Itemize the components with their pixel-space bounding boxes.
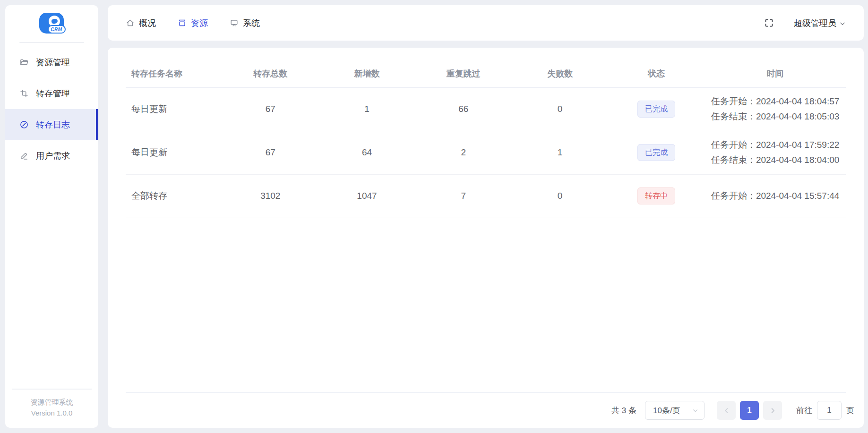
column-header-task-name: 转存任务名称 <box>126 60 222 87</box>
tab-resources[interactable]: 资源 <box>178 17 208 29</box>
cell-added: 1047 <box>318 174 415 218</box>
cell-added: 64 <box>318 131 415 174</box>
cell-failed: 0 <box>512 174 608 218</box>
tab-label: 资源 <box>191 17 208 29</box>
folder-icon <box>19 58 29 67</box>
crop-icon <box>19 89 29 98</box>
fullscreen-icon[interactable] <box>764 18 774 28</box>
column-header-added: 新增数 <box>318 60 415 87</box>
logo-text: CRM <box>48 25 66 34</box>
cell-added: 1 <box>318 87 415 131</box>
time-end: 任务结束：2024-04-04 18:04:00 <box>711 153 839 168</box>
tab-system[interactable]: 系统 <box>230 17 260 29</box>
cell-failed: 1 <box>512 131 608 174</box>
table-row: 每日更新 67 1 66 0 已完成 任务开始：2024-04-04 18:04… <box>126 87 846 131</box>
cell-task-name: 全部转存 <box>126 174 222 218</box>
logo-divider <box>19 42 84 43</box>
crm-logo-icon: CRM <box>38 12 66 35</box>
status-badge: 已完成 <box>637 101 675 118</box>
cell-skipped: 66 <box>415 87 512 131</box>
prev-page-button[interactable] <box>717 401 736 420</box>
cell-task-name: 每日更新 <box>126 131 222 174</box>
content-panel: 转存任务名称 转存总数 新增数 重复跳过 失败数 状态 时间 每日更新 67 1… <box>108 48 864 428</box>
cell-total: 67 <box>222 87 318 131</box>
cell-time: 任务开始：2024-04-04 15:57:44 <box>711 188 839 204</box>
cell-failed: 0 <box>512 87 608 131</box>
cell-skipped: 7 <box>415 174 512 218</box>
status-badge: 已完成 <box>637 144 675 161</box>
box-icon <box>178 18 187 27</box>
compass-icon <box>19 120 29 129</box>
chevron-down-icon <box>692 408 698 414</box>
table-row: 每日更新 67 64 2 1 已完成 任务开始：2024-04-04 17:59… <box>126 131 846 174</box>
user-menu-label: 超级管理员 <box>794 17 836 29</box>
tab-label: 系统 <box>243 17 260 29</box>
goto-label: 前往 <box>796 405 812 416</box>
tab-overview[interactable]: 概况 <box>126 17 156 29</box>
cell-skipped: 2 <box>415 131 512 174</box>
time-start: 任务开始：2024-04-04 18:04:57 <box>711 94 839 109</box>
table-row: 全部转存 3102 1047 7 0 转存中 任务开始：2024-04-04 1… <box>126 174 846 218</box>
system-name: 资源管理系统 <box>12 397 92 408</box>
sidebar-item-transfer-log[interactable]: 转存日志 <box>5 109 98 140</box>
time-start: 任务开始：2024-04-04 15:57:44 <box>711 188 839 204</box>
app-logo: CRM <box>5 5 98 42</box>
home-icon <box>126 18 135 27</box>
tab-label: 概况 <box>139 17 156 29</box>
sidebar-item-label: 转存管理 <box>36 88 70 99</box>
column-header-total: 转存总数 <box>222 60 318 87</box>
user-menu[interactable]: 超级管理员 <box>794 17 846 29</box>
sidebar-item-transfer-management[interactable]: 转存管理 <box>5 78 98 109</box>
next-page-button[interactable] <box>763 401 782 420</box>
cell-task-name: 每日更新 <box>126 87 222 131</box>
sidebar-item-label: 转存日志 <box>36 119 70 130</box>
column-header-time: 时间 <box>705 60 846 87</box>
top-nav-tabs: 概况 资源 系统 <box>126 17 260 29</box>
time-end: 任务结束：2024-04-04 18:05:03 <box>711 109 839 124</box>
page-size-value: 10条/页 <box>653 405 680 416</box>
table-header-row: 转存任务名称 转存总数 新增数 重复跳过 失败数 状态 时间 <box>126 60 846 87</box>
sidebar-item-user-requirements[interactable]: 用户需求 <box>5 140 98 171</box>
cell-time: 任务开始：2024-04-04 17:59:22 任务结束：2024-04-04… <box>711 137 839 168</box>
transfer-log-table: 转存任务名称 转存总数 新增数 重复跳过 失败数 状态 时间 每日更新 67 1… <box>126 60 846 218</box>
cell-total: 3102 <box>222 174 318 218</box>
goto-unit: 页 <box>846 405 854 416</box>
total-count-text: 共 3 条 <box>611 405 636 416</box>
page-size-select[interactable]: 10条/页 <box>645 401 705 420</box>
pagination-bar: 共 3 条 10条/页 1 前往 页 <box>126 393 854 428</box>
monitor-icon <box>230 18 239 27</box>
sidebar-item-resource-management[interactable]: 资源管理 <box>5 47 98 78</box>
cell-total: 67 <box>222 131 318 174</box>
column-header-failed: 失败数 <box>512 60 608 87</box>
column-header-skipped: 重复跳过 <box>415 60 512 87</box>
cell-time: 任务开始：2024-04-04 18:04:57 任务结束：2024-04-04… <box>711 94 839 125</box>
sidebar-item-label: 资源管理 <box>36 57 70 68</box>
chevron-down-icon <box>839 20 846 27</box>
sidebar-menu: 资源管理 转存管理 转存日志 <box>5 47 98 171</box>
topbar: 概况 资源 系统 <box>108 5 864 41</box>
sidebar-item-label: 用户需求 <box>36 150 70 161</box>
status-badge: 转存中 <box>637 187 675 204</box>
column-header-status: 状态 <box>608 60 705 87</box>
time-start: 任务开始：2024-04-04 17:59:22 <box>711 137 839 153</box>
edit-icon <box>19 151 29 161</box>
goto-page-input[interactable] <box>817 401 842 420</box>
sidebar: CRM 资源管理 转存管理 <box>5 5 98 428</box>
page-number-1[interactable]: 1 <box>740 401 759 420</box>
version-text: Version 1.0.0 <box>12 408 92 418</box>
sidebar-footer: 资源管理系统 Version 1.0.0 <box>12 389 92 428</box>
